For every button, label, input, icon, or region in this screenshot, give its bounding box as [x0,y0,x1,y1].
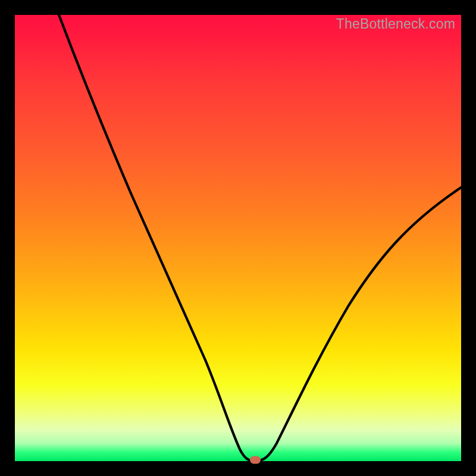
bottleneck-curve [15,15,461,461]
curve-path [59,15,461,461]
minimum-marker [250,456,261,464]
plot-area: TheBottleneck.com [15,15,461,461]
chart-frame: TheBottleneck.com [0,0,476,476]
